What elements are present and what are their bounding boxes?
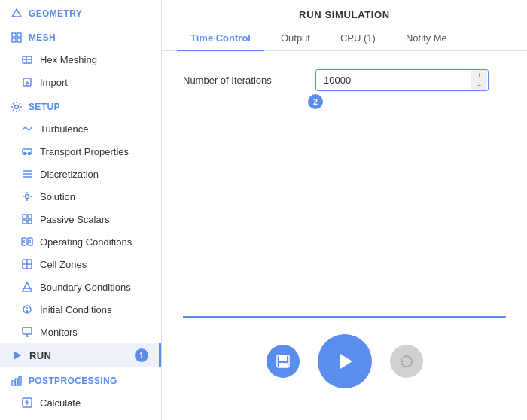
reset-button[interactable]: [390, 345, 423, 378]
iterations-label: Number of Iterations: [183, 75, 303, 86]
tab-output[interactable]: Output: [267, 26, 324, 51]
sidebar-section-run[interactable]: RUN 1: [0, 343, 161, 367]
sidebar-item-discretization-label: Discretization: [40, 169, 151, 180]
sidebar-section-run-label: RUN: [29, 350, 51, 361]
sidebar-section-setup-label: SETUP: [29, 102, 60, 112]
sidebar-item-calculate-label: Calculate: [40, 397, 151, 409]
sidebar-section-postprocessing[interactable]: POSTPROCESSING: [0, 367, 161, 391]
sidebar-section-mesh-label: MESH: [29, 32, 56, 43]
main-panel: RUN SIMULATION Time Control Output CPU (…: [162, 0, 527, 420]
calculate-icon: [21, 397, 33, 409]
passive-scalars-icon: [21, 213, 33, 225]
import-icon: [21, 76, 33, 88]
sidebar-item-solution-label: Solution: [40, 191, 151, 202]
step-badge-2: 2: [308, 94, 323, 109]
action-bar: [183, 327, 506, 402]
input-spinner: + −: [471, 70, 487, 90]
tab-cpu[interactable]: CPU (1): [327, 26, 389, 51]
svg-rect-20: [23, 220, 26, 224]
svg-rect-37: [12, 381, 14, 385]
sidebar-item-monitors-label: Monitors: [40, 327, 151, 338]
sidebar-item-import[interactable]: Import: [0, 71, 161, 93]
setup-icon: [11, 101, 23, 113]
reset-icon: [398, 353, 415, 370]
svg-marker-46: [340, 354, 352, 369]
sidebar: GEOMETRY MESH Hex Meshing: [0, 0, 162, 420]
svg-rect-18: [23, 215, 26, 218]
sidebar-item-transport-label: Transport Properties: [40, 146, 151, 157]
sidebar-item-boundary-conditions[interactable]: Boundary Conditions: [0, 275, 161, 298]
tab-notify-me[interactable]: Notify Me: [392, 26, 461, 51]
sidebar-item-initial-conditions-label: Initial Conditions: [40, 304, 151, 315]
initial-conditions-icon: [21, 303, 33, 315]
iterations-input[interactable]: [315, 69, 489, 91]
svg-rect-21: [28, 220, 32, 224]
svg-rect-2: [17, 33, 21, 37]
play-icon: [334, 351, 355, 372]
save-icon: [275, 353, 291, 370]
transport-icon: [21, 145, 33, 157]
sidebar-item-calculate[interactable]: Calculate: [0, 391, 161, 414]
page-title: RUN SIMULATION: [162, 0, 527, 20]
sidebar-section-geometry[interactable]: GEOMETRY: [0, 0, 161, 24]
iterations-row: Number of Iterations + − 2: [183, 69, 506, 91]
mesh-icon: [11, 32, 23, 44]
run-badge: 1: [135, 348, 148, 362]
discretization-icon: [21, 168, 33, 180]
sidebar-section-geometry-label: GEOMETRY: [29, 8, 82, 19]
svg-rect-1: [12, 33, 16, 37]
play-button[interactable]: [318, 334, 372, 388]
sidebar-item-transport[interactable]: Transport Properties: [0, 140, 161, 163]
sidebar-item-boundary-conditions-label: Boundary Conditions: [40, 282, 151, 293]
sidebar-section-postprocessing-label: POSTPROCESSING: [29, 376, 117, 386]
sidebar-item-passive-scalars[interactable]: Passive Scalars: [0, 208, 161, 230]
svg-rect-44: [279, 355, 287, 361]
sidebar-item-monitors[interactable]: Monitors: [0, 321, 161, 343]
monitors-icon: [21, 326, 33, 338]
sidebar-item-discretization[interactable]: Discretization: [0, 163, 161, 185]
sidebar-section-mesh[interactable]: MESH: [0, 24, 161, 48]
svg-point-12: [24, 153, 26, 155]
cell-zones-icon: [21, 258, 33, 270]
svg-rect-38: [16, 379, 18, 385]
section-divider: [183, 316, 506, 318]
solution-icon: [21, 190, 33, 202]
spin-down-button[interactable]: −: [471, 81, 487, 91]
svg-marker-0: [12, 9, 21, 17]
hex-mesh-icon: [21, 53, 33, 65]
turbulence-icon: [21, 123, 33, 135]
tab-time-control[interactable]: Time Control: [177, 26, 264, 51]
svg-rect-39: [19, 376, 21, 385]
sidebar-item-hex-meshing-label: Hex Meshing: [40, 54, 151, 65]
iterations-input-wrapper: + − 2: [315, 69, 489, 91]
postprocessing-icon: [11, 375, 23, 387]
tab-bar: Time Control Output CPU (1) Notify Me: [162, 26, 527, 51]
svg-point-13: [29, 153, 31, 155]
geometry-icon: [11, 8, 23, 20]
sidebar-item-hex-meshing[interactable]: Hex Meshing: [0, 48, 161, 71]
svg-point-10: [15, 105, 19, 109]
svg-rect-19: [28, 215, 32, 218]
sidebar-item-passive-scalars-label: Passive Scalars: [40, 214, 151, 225]
sidebar-item-turbulence[interactable]: Turbulence: [0, 117, 161, 140]
sidebar-item-cell-zones[interactable]: Cell Zones: [0, 253, 161, 275]
svg-rect-33: [23, 327, 32, 334]
main-content: Number of Iterations + − 2: [162, 51, 527, 420]
svg-rect-4: [17, 38, 21, 42]
run-icon: [11, 349, 23, 361]
svg-point-17: [26, 195, 29, 199]
spin-up-button[interactable]: +: [471, 70, 487, 81]
sidebar-section-setup[interactable]: SETUP: [0, 93, 161, 117]
sidebar-item-operating-conditions-label: Operating Conditions: [40, 236, 151, 248]
sidebar-item-import-label: Import: [40, 77, 151, 88]
svg-rect-3: [12, 38, 16, 42]
sidebar-item-operating-conditions[interactable]: Operating Conditions: [0, 230, 161, 253]
sidebar-item-solution[interactable]: Solution: [0, 185, 161, 208]
svg-rect-45: [279, 363, 288, 367]
sidebar-item-initial-conditions[interactable]: Initial Conditions: [0, 298, 161, 321]
sidebar-item-cell-zones-label: Cell Zones: [40, 259, 151, 270]
boundary-conditions-icon: [21, 281, 33, 293]
svg-marker-36: [14, 351, 21, 360]
save-button[interactable]: [267, 345, 300, 378]
sidebar-item-turbulence-label: Turbulence: [40, 123, 151, 135]
